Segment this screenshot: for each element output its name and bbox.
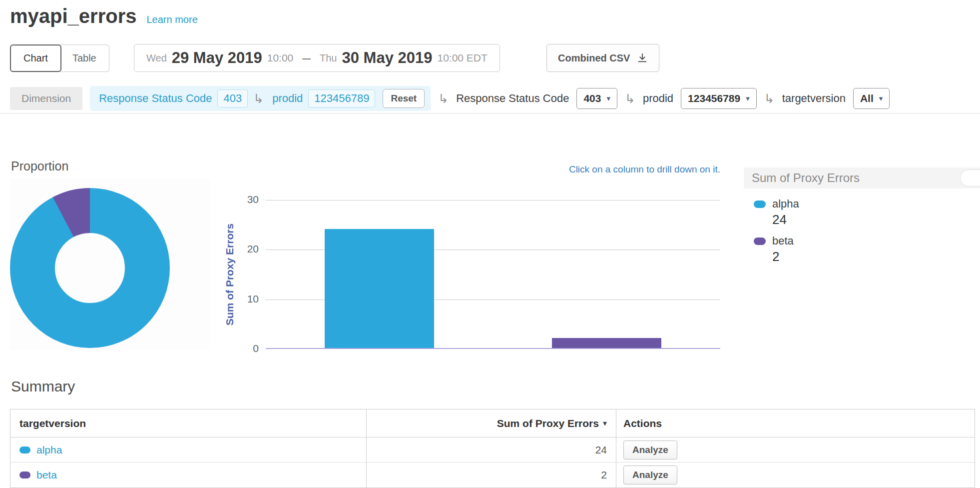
reset-button[interactable]: Reset: [383, 89, 425, 108]
table-header-row: targetversion Sum of Proxy Errors ▾ Acti…: [10, 410, 975, 438]
column-header-actions: Actions: [616, 410, 975, 437]
x-axis-line: [266, 348, 720, 349]
date-range-picker[interactable]: Wed 29 May 2019 10:00 – Thu 30 May 2019 …: [134, 44, 500, 72]
chevron-down-icon: ▾: [879, 94, 883, 103]
filter-breadcrumb: Response Status Code 403 ↳ prodid 123456…: [90, 86, 431, 111]
drilldown-select-value: 123456789: [688, 92, 740, 104]
analyze-button-alpha[interactable]: Analyze: [623, 440, 677, 460]
donut-chart: [10, 188, 170, 348]
drilldown-arrow-icon: ↳: [764, 92, 775, 105]
breadcrumb-dimension-value[interactable]: 403: [217, 90, 248, 108]
combined-csv-button[interactable]: Combined CSV: [546, 44, 659, 72]
y-axis-label: Sum of Proxy Errors: [224, 224, 236, 326]
column-header-label: Sum of Proxy Errors: [497, 418, 599, 430]
dimension-bar: Dimension Response Status Code 403 ↳ pro…: [10, 86, 890, 111]
report-page: myapi_errors Learn more Chart Table Wed …: [0, 0, 980, 488]
row-swatch-beta: [19, 472, 30, 478]
dimension-label: Dimension: [10, 87, 82, 110]
legend-title: Sum of Proxy Errors: [752, 171, 860, 185]
time-end: 10:00 EDT: [437, 52, 487, 64]
combined-csv-label: Combined CSV: [558, 52, 630, 64]
drilldown-select-value: 403: [583, 92, 601, 104]
y-tick-label: 0: [229, 342, 259, 354]
bar-beta[interactable]: [552, 338, 661, 348]
tab-chart[interactable]: Chart: [10, 44, 61, 72]
legend-swatch-beta: [754, 238, 766, 245]
proportion-title: Proportion: [11, 159, 68, 174]
column-header-targetversion: targetversion: [10, 410, 366, 437]
drilldown-arrow-icon: ↳: [625, 92, 635, 105]
chart-legend: Sum of Proxy Errors alpha 24 beta 2: [744, 168, 980, 272]
bar-alpha[interactable]: [325, 229, 434, 348]
row-link-alpha[interactable]: alpha: [36, 444, 62, 456]
download-icon: [637, 52, 648, 64]
date-day-start: Wed: [146, 52, 167, 64]
breadcrumb-dimension-name: Response Status Code: [99, 92, 212, 105]
breadcrumb-dimension-name: prodid: [272, 92, 303, 105]
drilldown-hint: Click on a column to drill down on it.: [266, 164, 720, 175]
table-row: beta 2 Analyze: [10, 462, 975, 488]
legend-header: Sum of Proxy Errors: [744, 168, 980, 188]
y-tick-label: 20: [229, 243, 259, 255]
row-value: 24: [595, 444, 607, 456]
chevron-down-icon: ▾: [746, 94, 750, 103]
legend-label: beta: [772, 234, 794, 248]
row-value: 2: [601, 469, 607, 481]
drilldown-select-status-code[interactable]: 403 ▾: [576, 88, 617, 109]
table-row: alpha 24 Analyze: [10, 438, 975, 462]
y-tick-label: 30: [229, 194, 259, 206]
legend-item: beta 2: [754, 234, 980, 264]
legend-label: alpha: [772, 198, 799, 210]
date-range-separator: –: [302, 50, 311, 66]
time-start: 10:00: [267, 52, 294, 64]
drilldown-select-targetversion[interactable]: All ▾: [853, 88, 890, 109]
legend-collapse-handle[interactable]: [960, 170, 980, 186]
legend-items: alpha 24 beta 2: [744, 188, 980, 264]
section-divider: [0, 113, 980, 114]
summary-heading: Summary: [11, 378, 75, 395]
drilldown-arrow-icon: ↳: [438, 92, 449, 105]
drilldown-select-prodid[interactable]: 123456789 ▾: [681, 88, 757, 109]
date-start: 29 May 2019: [172, 49, 262, 67]
chevron-down-icon: ▾: [606, 94, 610, 103]
bar-chart-plot: 30 20 10 0: [266, 200, 720, 349]
date-day-end: Thu: [320, 52, 337, 64]
drilldown-label-prodid: prodid: [643, 92, 673, 105]
learn-more-link[interactable]: Learn more: [146, 14, 197, 26]
breadcrumb-dimension-value[interactable]: 123456789: [308, 90, 375, 108]
y-tick-label: 10: [229, 293, 259, 305]
gridline: [266, 200, 720, 200]
proportion-chart: [10, 179, 210, 350]
drilldown-label-status-code: Response Status Code: [456, 92, 569, 105]
analyze-button-beta[interactable]: Analyze: [623, 466, 677, 484]
legend-value: 24: [772, 212, 980, 228]
date-end: 30 May 2019: [342, 49, 432, 67]
sort-desc-icon: ▾: [603, 418, 607, 428]
legend-value: 2: [772, 249, 980, 264]
row-swatch-alpha: [19, 446, 30, 454]
column-header-sum-proxy-errors[interactable]: Sum of Proxy Errors ▾: [366, 410, 616, 437]
summary-table: targetversion Sum of Proxy Errors ▾ Acti…: [10, 409, 975, 488]
page-header: myapi_errors Learn more: [10, 5, 198, 28]
drilldown-select-value: All: [860, 92, 874, 104]
row-link-beta[interactable]: beta: [36, 469, 57, 481]
legend-item: alpha 24: [754, 198, 980, 228]
drilldown-label-targetversion: targetversion: [782, 92, 846, 105]
legend-swatch-alpha: [754, 200, 766, 208]
drilldown-arrow-icon: ↳: [253, 92, 264, 105]
view-toggle: Chart Table: [10, 44, 109, 72]
page-title: myapi_errors: [10, 5, 136, 28]
tab-table[interactable]: Table: [60, 44, 109, 72]
